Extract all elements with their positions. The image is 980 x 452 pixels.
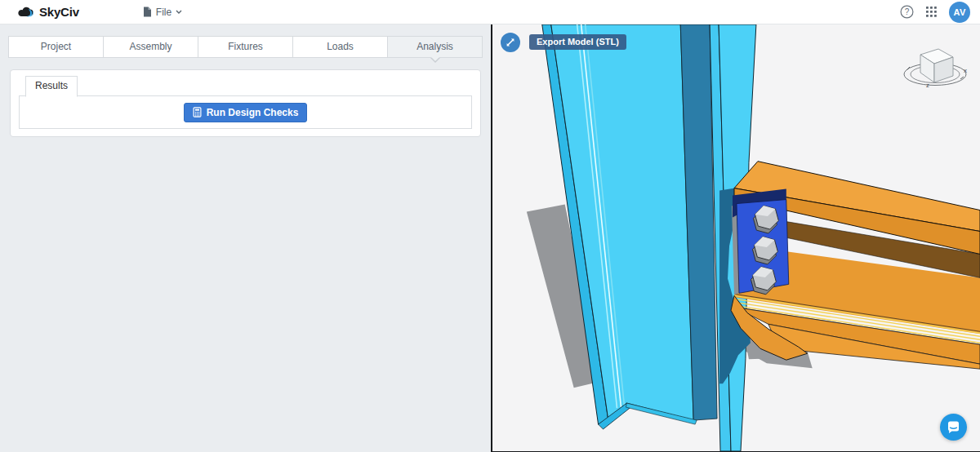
topbar-right: ? AV <box>900 2 970 23</box>
view-cube-axis-z: z <box>926 82 929 89</box>
avatar[interactable]: AV <box>949 2 970 23</box>
skyciv-cloud-icon <box>18 6 37 18</box>
tab-loads[interactable]: Loads <box>292 36 388 58</box>
tab-assembly[interactable]: Assembly <box>103 36 198 58</box>
topbar: SkyCiv File ? AV <box>0 0 980 24</box>
file-icon <box>143 7 152 17</box>
file-menu[interactable]: File <box>143 7 182 18</box>
file-menu-label: File <box>156 7 172 18</box>
model-viewer[interactable]: Export Model (STL) x z <box>491 24 980 452</box>
tab-fixtures[interactable]: Fixtures <box>198 36 293 58</box>
calculator-icon <box>193 107 202 117</box>
help-glyph: ? <box>905 7 910 16</box>
expand-arrows-icon <box>506 38 515 47</box>
apps-grid-icon[interactable] <box>926 7 937 17</box>
left-panel: Project Assembly Fixtures Loads Analysis… <box>0 24 491 452</box>
tab-results[interactable]: Results <box>25 76 78 97</box>
run-design-checks-button[interactable]: Run Design Checks <box>184 103 308 122</box>
skyciv-logo[interactable]: SkyCiv <box>18 5 79 19</box>
results-card: Results Run Design Checks <box>10 69 481 137</box>
brand-name: SkyCiv <box>39 5 79 19</box>
chevron-down-icon <box>176 10 182 14</box>
connection-plate <box>732 189 789 295</box>
tab-project[interactable]: Project <box>8 36 104 58</box>
results-content-box: Run Design Checks <box>19 95 472 129</box>
run-design-checks-label: Run Design Checks <box>207 107 299 118</box>
export-model-button[interactable] <box>501 33 520 52</box>
workflow-tabbar: Project Assembly Fixtures Loads Analysis <box>8 36 483 58</box>
main-layout: Project Assembly Fixtures Loads Analysis… <box>0 24 980 452</box>
view-cube-axis-x: x <box>964 67 967 74</box>
chat-bubble-icon <box>947 421 960 434</box>
help-icon[interactable]: ? <box>900 5 914 19</box>
tab-analysis[interactable]: Analysis <box>387 36 483 58</box>
avatar-initials: AV <box>953 7 965 17</box>
view-cube[interactable]: x z <box>901 42 969 95</box>
chat-launcher[interactable] <box>940 414 967 441</box>
export-tooltip: Export Model (STL) <box>529 34 626 50</box>
